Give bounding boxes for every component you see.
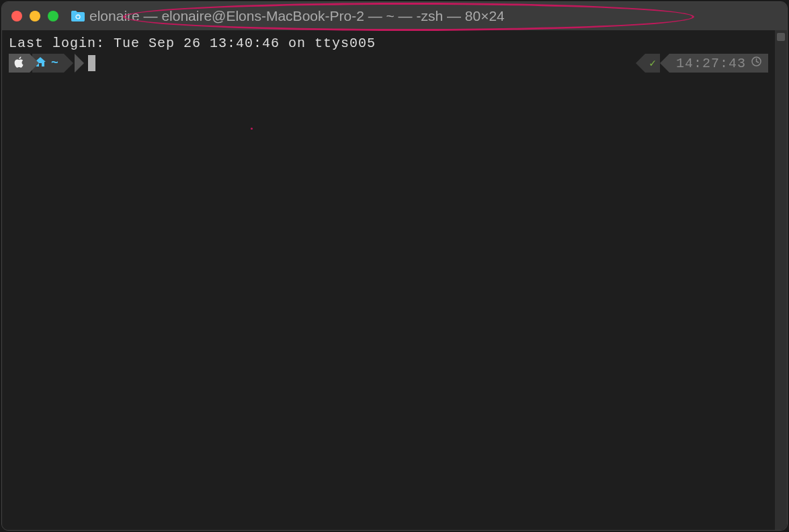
scrollbar-thumb[interactable] (777, 33, 785, 41)
apple-icon (14, 56, 24, 71)
svg-rect-1 (77, 15, 79, 16)
cursor (88, 55, 95, 71)
titlebar[interactable]: elonaire — elonaire@Elons-MacBook-Pro-2 … (2, 2, 787, 30)
status-segment: ✓ (645, 54, 660, 73)
time-text: 14:27:43 (676, 56, 746, 71)
path-tilde: ~ (51, 56, 58, 70)
folder-icon (71, 10, 85, 22)
clock-icon (751, 56, 761, 70)
close-button[interactable] (11, 11, 22, 21)
terminal-content[interactable]: Last login: Tue Sep 26 13:40:46 on ttys0… (2, 30, 775, 530)
window-title: elonaire — elonaire@Elons-MacBook-Pro-2 … (89, 8, 505, 24)
prompt-line: ~ ✓ 14:27:43 (9, 54, 768, 73)
prompt-right: ✓ 14:27:43 (636, 54, 768, 73)
annotation-dot (251, 128, 253, 130)
prompt-segment-path: ~ (30, 54, 73, 73)
traffic-lights (11, 11, 58, 21)
terminal-body: Last login: Tue Sep 26 13:40:46 on ttys0… (2, 30, 787, 530)
prompt-left: ~ (9, 54, 95, 73)
terminal-window: elonaire — elonaire@Elons-MacBook-Pro-2 … (1, 1, 788, 531)
prompt-segment-os (9, 54, 30, 73)
scrollbar[interactable] (775, 30, 787, 530)
minimize-button[interactable] (30, 11, 40, 21)
time-segment: 14:27:43 (669, 54, 768, 73)
prompt-end-arrow-icon (75, 54, 84, 73)
check-icon: ✓ (649, 56, 656, 70)
last-login-text: Last login: Tue Sep 26 13:40:46 on ttys0… (9, 36, 768, 51)
maximize-button[interactable] (48, 11, 58, 21)
